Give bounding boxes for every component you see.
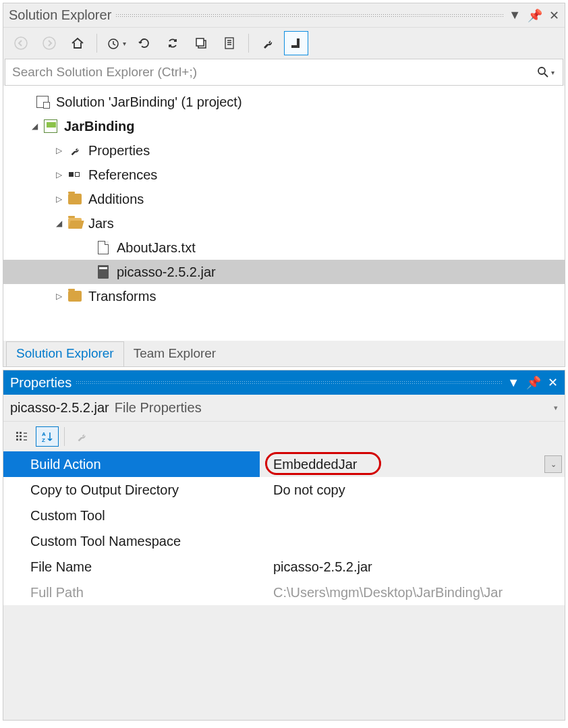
dropdown-icon[interactable]: ▼: [509, 8, 521, 22]
properties-button[interactable]: [256, 31, 280, 55]
prop-value-text: Do not copy: [273, 482, 345, 498]
dropdown-button[interactable]: ⌄: [544, 455, 562, 473]
collapse-button[interactable]: [189, 31, 213, 55]
refresh-icon: [138, 36, 151, 50]
node-label: AboutJars.txt: [117, 240, 196, 256]
toolbar-separator: [64, 427, 65, 446]
pin-icon[interactable]: 📌: [528, 8, 542, 23]
svg-rect-7: [297, 38, 300, 45]
prop-value[interactable]: Do not copy: [260, 477, 565, 503]
prop-key: Build Action: [3, 451, 260, 477]
svg-rect-11: [16, 439, 18, 441]
svg-rect-6: [291, 45, 300, 48]
jar-icon: [94, 264, 113, 279]
aboutjars-node[interactable]: AboutJars.txt: [3, 235, 565, 260]
expander-icon[interactable]: ▷: [52, 170, 65, 179]
properties-subheader[interactable]: picasso-2.5.2.jar File Properties ▾: [3, 395, 565, 422]
close-icon[interactable]: ✕: [548, 375, 558, 390]
scope-button[interactable]: ▾: [104, 31, 128, 55]
solution-icon: [33, 94, 52, 109]
sync-button[interactable]: [161, 31, 185, 55]
prop-value-text: C:\Users\mgm\Desktop\JarBinding\Jar: [273, 585, 503, 600]
pin-icon[interactable]: 📌: [526, 375, 541, 390]
property-pages-button[interactable]: [70, 426, 93, 447]
svg-point-8: [538, 67, 545, 74]
prop-value[interactable]: picasso-2.5.2.jar: [260, 554, 565, 580]
prop-value-text: picasso-2.5.2.jar: [273, 559, 372, 575]
node-label: Transforms: [88, 289, 156, 304]
svg-rect-10: [16, 435, 18, 437]
svg-rect-13: [20, 435, 22, 437]
properties-title: Properties: [10, 375, 72, 391]
tab-team-explorer[interactable]: Team Explorer: [124, 342, 226, 366]
solution-explorer-title: Solution Explorer: [9, 7, 111, 23]
svg-rect-9: [16, 432, 18, 434]
dropdown-chevron-icon[interactable]: ▾: [554, 403, 558, 412]
prop-key: File Name: [3, 554, 260, 580]
prop-key: Custom Tool: [3, 503, 260, 528]
dropdown-icon[interactable]: ▼: [507, 376, 519, 390]
header-grip: [115, 13, 503, 18]
refresh-button[interactable]: [132, 31, 157, 55]
alphabetical-button[interactable]: A Z: [36, 426, 59, 447]
sync-icon: [166, 36, 179, 50]
prop-row-copy-output[interactable]: Copy to Output Directory Do not copy: [3, 477, 565, 503]
picasso-jar-node[interactable]: picasso-2.5.2.jar: [3, 260, 565, 284]
expander-icon[interactable]: ▷: [52, 146, 65, 155]
prop-row-custom-ns[interactable]: Custom Tool Namespace: [3, 528, 565, 554]
tab-solution-explorer[interactable]: Solution Explorer: [6, 341, 124, 366]
prop-value[interactable]: [260, 528, 565, 554]
prop-key: Copy to Output Directory: [3, 477, 260, 503]
project-node[interactable]: ◢ JarBinding: [3, 114, 565, 138]
jars-node[interactable]: ◢ Jars: [3, 211, 565, 235]
prop-row-custom-tool[interactable]: Custom Tool: [3, 503, 565, 528]
transforms-node[interactable]: ▷ Transforms: [3, 284, 565, 308]
file-icon: [94, 240, 113, 255]
node-label: JarBinding: [64, 119, 134, 134]
expander-icon[interactable]: ◢: [52, 219, 65, 228]
svg-rect-14: [20, 439, 22, 441]
prop-row-build-action[interactable]: Build Action EmbeddedJar ⌄: [3, 451, 565, 477]
solution-explorer-panel: Solution Explorer ▼ 📌 ✕ ▾: [3, 3, 565, 367]
svg-rect-5: [225, 38, 233, 49]
close-icon[interactable]: ✕: [549, 8, 559, 23]
prop-value-build-action[interactable]: EmbeddedJar ⌄: [260, 451, 565, 477]
expander-icon[interactable]: ▷: [52, 291, 65, 301]
svg-point-0: [15, 37, 27, 49]
stack-icon: [194, 36, 208, 50]
show-all-button[interactable]: [217, 31, 242, 55]
home-icon: [70, 36, 85, 51]
search-icon: [537, 66, 549, 78]
toolbar-separator: [248, 34, 249, 53]
search-input[interactable]: [5, 65, 529, 80]
svg-text:A: A: [42, 431, 46, 437]
prop-row-file-name[interactable]: File Name picasso-2.5.2.jar: [3, 554, 565, 580]
properties-header: Properties ▼ 📌 ✕: [3, 370, 565, 395]
svg-rect-4: [196, 38, 204, 46]
prop-value-text: EmbeddedJar: [273, 457, 358, 472]
node-label: Additions: [88, 192, 144, 207]
category-icon: [15, 430, 28, 443]
solution-node[interactable]: Solution 'JarBinding' (1 project): [3, 90, 565, 114]
search-button[interactable]: ▾: [529, 66, 563, 78]
references-node[interactable]: ▷ References: [3, 163, 565, 187]
project-icon: [41, 119, 60, 134]
preview-icon: [289, 36, 303, 50]
prop-row-full-path[interactable]: Full Path C:\Users\mgm\Desktop\JarBindin…: [3, 580, 565, 605]
wrench-icon: [261, 36, 275, 50]
properties-node[interactable]: ▷ Properties: [3, 138, 565, 163]
expander-icon[interactable]: ▷: [52, 194, 65, 204]
node-label: Solution 'JarBinding' (1 project): [56, 94, 242, 110]
back-button[interactable]: [9, 31, 33, 55]
additions-node[interactable]: ▷ Additions: [3, 187, 565, 211]
preview-button[interactable]: [284, 31, 308, 55]
categorize-button[interactable]: [10, 426, 33, 447]
prop-value[interactable]: [260, 503, 565, 528]
clock-icon: [107, 36, 121, 51]
home-button[interactable]: [65, 31, 90, 55]
properties-panel: Properties ▼ 📌 ✕ picasso-2.5.2.jar File …: [3, 370, 565, 721]
expander-icon[interactable]: ◢: [28, 121, 41, 131]
folder-icon: [65, 289, 84, 304]
folder-open-icon: [65, 216, 84, 231]
forward-button[interactable]: [37, 31, 61, 55]
